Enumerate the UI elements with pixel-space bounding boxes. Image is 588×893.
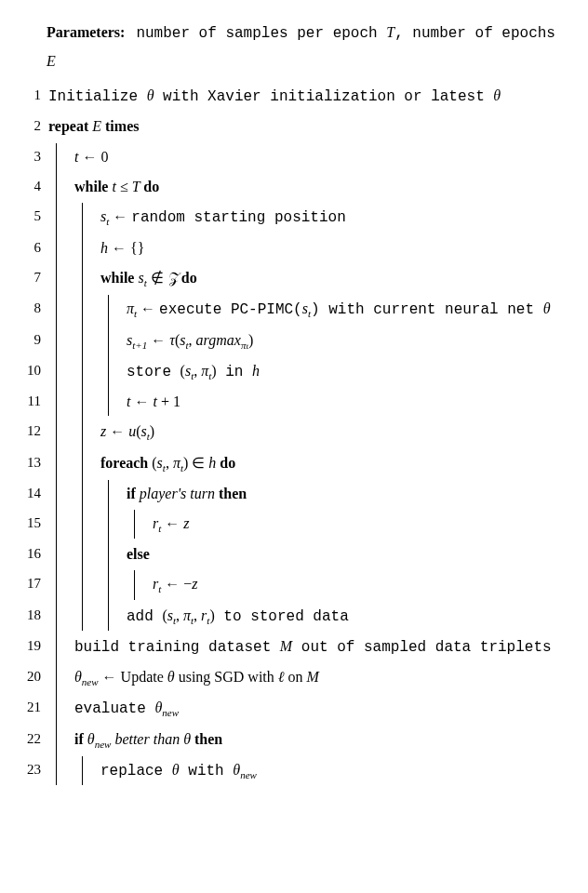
algo-line: 3 t ← 0 bbox=[17, 143, 560, 171]
line-number: 22 bbox=[17, 726, 48, 753]
var-h: h bbox=[252, 363, 260, 379]
algo-line: 10 store (st, πt) in h bbox=[17, 357, 560, 386]
paren: ) bbox=[150, 423, 154, 439]
cond: t ≤ T bbox=[108, 179, 143, 194]
line-number: 17 bbox=[17, 570, 48, 597]
kw-do: do bbox=[143, 179, 159, 194]
algo-line: 5 st ← random starting position bbox=[17, 203, 560, 232]
algo-line: 15 rt ← z bbox=[17, 510, 560, 539]
algo-line: 17 rt ← −z bbox=[17, 570, 560, 599]
params-text2: , number of epochs bbox=[394, 25, 555, 42]
line-number: 3 bbox=[17, 143, 48, 170]
text: out of sampled data triplets bbox=[292, 639, 551, 656]
params-text: number of samples per epoch bbox=[136, 25, 386, 42]
while-T-block: 5 st ← random starting position 6 h ← {}… bbox=[17, 203, 560, 631]
line-number: 23 bbox=[17, 756, 48, 783]
assign: ← {} bbox=[108, 240, 144, 256]
theta: θ bbox=[172, 762, 180, 778]
line-number: 14 bbox=[17, 480, 48, 507]
comma: , bbox=[194, 607, 201, 623]
kw-while: while bbox=[74, 179, 108, 194]
text: on bbox=[284, 669, 306, 685]
comma: , bbox=[176, 607, 183, 623]
algo-line: 14 if player's turn then bbox=[17, 480, 560, 508]
line-number: 20 bbox=[17, 663, 48, 690]
algo-line: 7 while st ∉ 𝒵 do bbox=[17, 264, 560, 293]
var-z: z bbox=[192, 576, 197, 592]
line-number: 1 bbox=[17, 82, 48, 109]
arrow: ← bbox=[109, 208, 131, 224]
algo-line: 19 build training dataset M out of sampl… bbox=[17, 633, 560, 661]
var-pit: π bbox=[173, 455, 180, 471]
text: with Xavier initialization or latest bbox=[154, 88, 493, 105]
text: using SGD with bbox=[175, 669, 278, 685]
algo-line: 13 foreach (st, πt) ∈ h do bbox=[17, 449, 560, 478]
algo-line: 4 while t ≤ T do bbox=[17, 173, 560, 201]
text: with current neural net bbox=[320, 301, 543, 318]
var-T: T bbox=[386, 24, 394, 40]
if-replace-block: 23 replace θ with θnew bbox=[17, 756, 560, 785]
sub-t1: t+1 bbox=[132, 340, 147, 351]
arrow: ← − bbox=[161, 576, 192, 592]
comma: , bbox=[166, 455, 173, 471]
text: Update bbox=[121, 669, 167, 685]
algo-line: 21 evaluate θnew bbox=[17, 694, 560, 723]
line-number: 13 bbox=[17, 449, 48, 476]
arrow: ← bbox=[99, 669, 121, 685]
line-number: 11 bbox=[17, 388, 48, 415]
algo-line: 11 t ← t + 1 bbox=[17, 388, 560, 416]
arrow: ← bbox=[137, 300, 159, 316]
theta-new: θ bbox=[74, 669, 82, 685]
theta-new: θ bbox=[233, 762, 240, 778]
text: replace bbox=[100, 763, 172, 780]
theta: θ bbox=[167, 669, 175, 685]
line-number: 8 bbox=[17, 295, 48, 322]
algorithm-block: Parameters: number of samples per epoch … bbox=[9, 19, 560, 785]
text: build training dataset bbox=[74, 639, 280, 656]
arrow: ← bbox=[147, 332, 169, 348]
kw-foreach: foreach bbox=[100, 455, 148, 471]
plus1: + 1 bbox=[157, 393, 180, 409]
text: execute bbox=[159, 301, 231, 318]
theta: θ bbox=[493, 87, 501, 103]
params-label: Parameters: bbox=[47, 24, 125, 40]
foreach-block: 14 if player's turn then 15 rt ← z bbox=[17, 480, 560, 631]
arrow: ← bbox=[161, 515, 183, 531]
if-block: 15 rt ← z bbox=[17, 510, 560, 539]
cond: player's turn bbox=[136, 486, 219, 501]
theta: θ bbox=[183, 731, 191, 747]
text: random starting position bbox=[131, 209, 345, 226]
algo-line: 20 θnew ← Update θ using SGD with ℓ on M bbox=[17, 663, 560, 692]
line-number: 7 bbox=[17, 264, 48, 291]
var-z: z bbox=[183, 515, 189, 531]
text: better than bbox=[111, 731, 183, 747]
text: Initialize bbox=[48, 88, 147, 105]
algo-line: 16 else bbox=[17, 540, 560, 568]
text: with bbox=[180, 763, 234, 780]
var-h: h bbox=[100, 240, 108, 256]
line-number: 9 bbox=[17, 327, 48, 353]
algo-line: 18 add (st, πt, rt) to stored data bbox=[17, 602, 560, 631]
line-number: 4 bbox=[17, 173, 48, 200]
algo-line: 12 z ← u(st) bbox=[17, 418, 560, 446]
algo-line: 22 if θnew better than θ then bbox=[17, 726, 560, 754]
kw-while: while bbox=[100, 270, 134, 286]
algo-line: 2 repeat E times bbox=[17, 113, 560, 140]
text: to stored data bbox=[215, 608, 349, 625]
paren: ) bbox=[248, 332, 253, 348]
argmax: argmax bbox=[196, 332, 241, 348]
var-pit: π bbox=[183, 607, 191, 623]
arrow: ← bbox=[130, 393, 153, 409]
line-number: 15 bbox=[17, 510, 48, 537]
var-st: s bbox=[134, 270, 143, 286]
var-E: E bbox=[47, 53, 56, 69]
sub-new: new bbox=[82, 677, 99, 688]
theta: θ bbox=[543, 300, 551, 316]
var-pit: π bbox=[127, 300, 134, 316]
in-h: ) ∈ bbox=[183, 455, 208, 471]
comma: , bbox=[189, 332, 196, 348]
var-E: E bbox=[88, 118, 105, 134]
theta-new: θ bbox=[84, 731, 95, 747]
line-number: 19 bbox=[17, 633, 48, 660]
line-number: 16 bbox=[17, 540, 48, 567]
